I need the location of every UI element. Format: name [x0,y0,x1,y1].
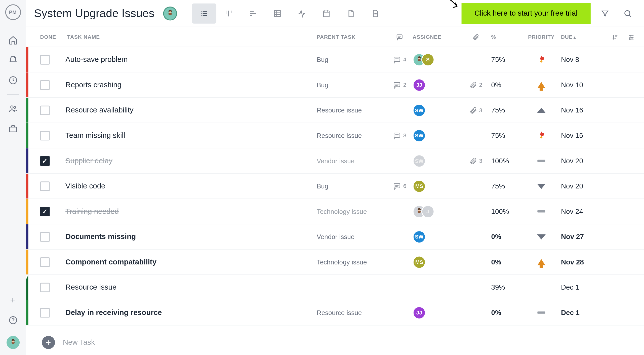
view-board-icon[interactable] [216,3,241,23]
percent-complete: 100% [491,208,509,215]
app-logo[interactable]: PM [5,4,21,20]
table-row[interactable]: Reports crashingBug2JJ20%Nov 10 [26,72,644,98]
done-checkbox[interactable] [40,283,50,292]
new-task-label: New Task [63,338,95,347]
clock-icon[interactable] [4,71,21,89]
col-percent-header[interactable]: % [491,34,521,40]
done-checkbox[interactable] [40,232,50,242]
done-checkbox[interactable] [40,308,50,317]
done-checkbox[interactable] [40,131,50,140]
due-date: Dec 1 [561,283,579,291]
table-row[interactable]: Visible codeBug6MS75%Nov 20 [26,174,644,199]
col-task-name-header[interactable]: TASK NAME [67,34,317,40]
table-row[interactable]: Auto-save problemBug4S75%Nov 8 [26,47,644,72]
done-checkbox[interactable] [40,80,50,90]
col-comments-header[interactable] [386,33,413,41]
table-row[interactable]: Resource availabilityResource issueSW375… [26,98,644,123]
svg-rect-62 [394,183,400,188]
svg-rect-50 [394,57,400,61]
settings-sliders-icon[interactable] [625,29,637,45]
people-icon[interactable] [4,100,21,117]
task-rows: Auto-save problemBug4S75%Nov 8Reports cr… [26,47,644,330]
user-avatar[interactable] [6,336,19,349]
attachments-count[interactable]: 3 [469,157,482,165]
parent-task: Resource issue [317,106,362,113]
due-date: Nov 20 [561,182,583,189]
bell-icon[interactable] [4,52,21,69]
percent-complete: 75% [491,132,505,139]
due-date: Dec 1 [561,309,580,316]
col-due-header[interactable]: DUE [561,34,609,40]
new-task-row[interactable]: + New Task [26,330,644,355]
home-icon[interactable] [4,31,21,49]
filter-icon[interactable] [597,5,613,22]
percent-complete: 100% [491,157,509,164]
view-activity-icon[interactable] [290,3,314,23]
attachments-count[interactable]: 3 [469,106,482,114]
assignee-avatars[interactable]: JJ [413,306,461,319]
page-title: System Upgrade Issues [34,7,154,20]
svg-rect-4 [9,127,17,132]
svg-point-6 [13,322,13,323]
comments-count[interactable]: 4 [393,56,406,63]
assignee-avatars[interactable]: SW [413,104,461,117]
due-date: Nov 24 [561,208,583,215]
view-sheet-icon[interactable] [265,3,290,23]
assignee-avatars[interactable]: J [413,205,461,218]
assignee-avatars[interactable]: JJ [413,78,461,91]
task-name: Component compatability [65,258,156,266]
table-row[interactable]: Delay in receiving resourceResource issu… [26,300,644,326]
comments-count[interactable]: 6 [393,182,406,190]
table-row[interactable]: Documents missingVendor issueSW0%Nov 27 [26,224,644,250]
column-headers: DONE TASK NAME PARENT TASK ASSIGNEE % PR… [26,27,644,47]
table-row[interactable]: Supplier delayVendor issueSW3100%Nov 20 [26,148,644,174]
view-list-icon[interactable] [192,3,216,23]
due-date: Nov 27 [561,233,584,240]
help-icon[interactable] [4,311,21,329]
done-checkbox[interactable] [40,156,50,166]
col-priority-header[interactable]: PRIORITY [522,34,561,40]
assignee-avatars[interactable]: SW [413,230,461,243]
table-row[interactable]: Team missing skillResource issue3SW75%No… [26,123,644,148]
svg-rect-30 [323,11,329,17]
search-icon[interactable] [619,5,636,22]
briefcase-icon[interactable] [4,120,21,137]
col-done-header[interactable]: DONE [40,34,67,40]
view-calendar-icon[interactable] [314,3,339,23]
svg-rect-38 [397,34,402,38]
add-task-button[interactable]: + [42,336,55,349]
table-row[interactable]: Training neededTechnology issueJ100%Nov … [26,199,644,224]
percent-complete: 75% [491,182,505,189]
done-checkbox[interactable] [40,207,50,216]
percent-complete: 75% [491,56,505,63]
done-checkbox[interactable] [40,105,50,115]
comments-count[interactable]: 2 [393,81,406,89]
done-checkbox[interactable] [40,257,50,267]
parent-task: Vendor issue [317,157,354,164]
comments-count[interactable]: 3 [393,132,406,139]
table-row[interactable]: Resource issue39%Dec 1 [26,275,644,300]
table-row[interactable]: Component compatabilityTechnology issueM… [26,250,644,275]
done-checkbox[interactable] [40,181,50,191]
parent-task: Resource issue [317,309,362,316]
view-file-icon[interactable] [339,3,363,23]
trial-cta-button[interactable]: Click here to start your free trial [461,3,591,24]
assignee-avatars[interactable]: S [413,53,461,66]
view-doc-icon[interactable] [363,3,387,23]
done-checkbox[interactable] [40,55,50,64]
priority-icon [522,160,561,162]
assignee-avatars[interactable]: SW [413,129,461,142]
view-gantt-icon[interactable] [241,3,265,23]
row-stripe [26,300,28,325]
assignee-avatars[interactable]: MS [413,255,461,268]
attachments-count[interactable]: 2 [469,81,482,89]
add-icon[interactable]: + [4,291,21,309]
svg-point-55 [418,59,421,61]
assignee-avatars[interactable]: SW [413,154,461,167]
project-owner-avatar[interactable] [163,6,177,20]
col-assignee-header[interactable]: ASSIGNEE [413,34,461,40]
assignee-avatars[interactable]: MS [413,180,461,193]
col-parent-header[interactable]: PARENT TASK [317,34,386,40]
sort-icon[interactable] [609,29,621,45]
col-attachments-header[interactable] [461,33,491,41]
